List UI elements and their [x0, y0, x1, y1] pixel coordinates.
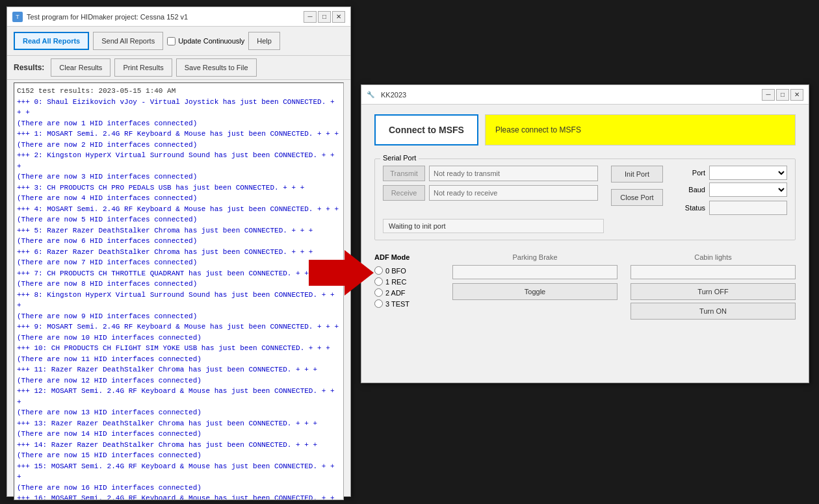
waiting-bar: Waiting to init port [383, 219, 604, 233]
update-continuously-label[interactable]: Update Continuously [167, 37, 244, 45]
adf-radio-label-3: 3 TEST [385, 300, 410, 308]
adf-radio-label-2: 2 ADF [385, 289, 406, 297]
update-continuously-checkbox[interactable] [167, 37, 176, 45]
receive-button[interactable]: Receive [383, 185, 425, 201]
baud-row: Baud [682, 183, 787, 197]
turn-off-button[interactable]: Turn OFF [630, 283, 796, 300]
print-results-button[interactable]: Print Results [114, 58, 172, 77]
second-window-content: Connect to MSFS Please connect to MSFS S… [361, 105, 809, 329]
adf-radio-item-2[interactable]: 2 ADF [374, 288, 439, 297]
minimize-button[interactable]: ─ [304, 11, 317, 23]
receive-status-input [429, 185, 598, 201]
transmit-receive-col: Transmit Receive [383, 166, 598, 201]
second-close-button[interactable]: ✕ [790, 89, 803, 101]
parking-section: Parking Brake Toggle [452, 253, 618, 320]
turn-on-button[interactable]: Turn ON [630, 303, 796, 320]
second-maximize-button[interactable]: □ [776, 89, 789, 101]
send-all-reports-button[interactable]: Send All Reports [93, 32, 163, 50]
cabin-lights-input [630, 265, 796, 279]
maximize-button[interactable]: □ [318, 11, 331, 23]
adf-label: ADF Mode [374, 253, 439, 261]
adf-radio-item-1[interactable]: 1 REC [374, 277, 439, 286]
main-window-title: Test program for HIDmaker project: Cessn… [27, 13, 188, 21]
second-title-controls: ─ □ ✕ [762, 89, 803, 101]
adf-radio-item-0[interactable]: 0 BFO [374, 266, 439, 275]
port-row: Port [682, 166, 787, 180]
cabin-section: Cabin lights Turn OFF Turn ON [630, 253, 796, 320]
msfs-status-bar: Please connect to MSFS [485, 114, 796, 145]
close-button[interactable]: ✕ [332, 11, 345, 23]
serial-port-group: Serial Port Transmit Receive Init Port [374, 158, 796, 240]
help-button[interactable]: Help [248, 32, 280, 50]
status-label: Status [682, 204, 705, 212]
results-label: Results: [14, 63, 44, 72]
arrow-icon [309, 250, 374, 296]
toggle-button[interactable]: Toggle [452, 283, 618, 300]
results-content: C152 test results: 2023-05-15 1:40 AM+++… [17, 86, 341, 500]
second-title-left: 🔧 KK2023 [367, 90, 406, 100]
adf-radio-3[interactable] [374, 299, 383, 308]
port-select[interactable] [709, 166, 787, 180]
status-row: Status [682, 201, 787, 215]
second-title-bar: 🔧 KK2023 ─ □ ✕ [361, 85, 809, 105]
baud-select[interactable] [709, 183, 787, 197]
svg-marker-0 [309, 250, 374, 296]
adf-section: ADF Mode 0 BFO1 REC2 ADF3 TEST [374, 253, 439, 320]
second-window-title: KK2023 [381, 91, 406, 99]
read-all-reports-button[interactable]: Read All Reports [14, 32, 89, 50]
bottom-section: ADF Mode 0 BFO1 REC2 ADF3 TEST Parking B… [374, 247, 796, 320]
second-window-icon: 🔧 [367, 90, 377, 100]
main-toolbar: Read All Reports Send All Reports Update… [7, 27, 350, 56]
connect-msfs-button[interactable]: Connect to MSFS [374, 114, 478, 145]
second-minimize-button[interactable]: ─ [762, 89, 775, 101]
second-window: 🔧 KK2023 ─ □ ✕ Connect to MSFS Please co… [361, 84, 809, 383]
parking-brake-label: Parking Brake [452, 253, 618, 261]
baud-label: Baud [682, 186, 705, 194]
adf-radio-group: 0 BFO1 REC2 ADF3 TEST [374, 266, 439, 308]
cabin-lights-label: Cabin lights [630, 253, 796, 261]
main-title-bar: T Test program for HIDmaker project: Ces… [7, 7, 350, 27]
close-port-button[interactable]: Close Port [611, 189, 663, 206]
init-port-button[interactable]: Init Port [611, 166, 663, 183]
receive-row: Receive [383, 185, 598, 201]
serial-port-legend: Serial Port [380, 154, 419, 162]
main-window-icon: T [12, 12, 23, 22]
transmit-status-input [429, 166, 598, 181]
adf-radio-label-1: 1 REC [385, 278, 406, 286]
serial-controls-row: Transmit Receive Init Port Close Port [383, 166, 787, 215]
title-bar-controls: ─ □ ✕ [304, 11, 345, 23]
transmit-button[interactable]: Transmit [383, 166, 425, 181]
status-input [709, 201, 787, 215]
parking-brake-input [452, 265, 618, 279]
main-window: T Test program for HIDmaker project: Ces… [6, 6, 351, 497]
adf-radio-label-0: 0 BFO [385, 267, 406, 275]
update-continuously-text: Update Continuously [178, 37, 244, 45]
adf-radio-item-3[interactable]: 3 TEST [374, 299, 439, 308]
port-label: Port [682, 169, 705, 177]
port-config-col: Port Baud Status [682, 166, 787, 215]
results-area[interactable]: C152 test results: 2023-05-15 1:40 AM+++… [14, 82, 344, 500]
arrow-container [306, 247, 377, 299]
transmit-row: Transmit [383, 166, 598, 181]
clear-results-button[interactable]: Clear Results [51, 58, 110, 77]
results-bar: Results: Clear Results Print Results Sav… [7, 56, 350, 80]
connect-section: Connect to MSFS Please connect to MSFS [374, 114, 796, 145]
save-results-button[interactable]: Save Results to File [176, 58, 257, 77]
waiting-row: Waiting to init port [383, 219, 787, 233]
title-bar-left: T Test program for HIDmaker project: Ces… [12, 12, 188, 22]
port-buttons-col: Init Port Close Port [611, 166, 663, 206]
